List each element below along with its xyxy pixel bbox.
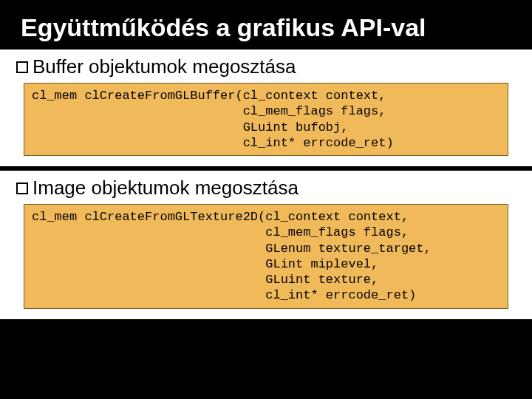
code-block-image: cl_mem clCreateFromGLTexture2D(cl_contex…: [24, 204, 508, 309]
code-block-buffer: cl_mem clCreateFromGLBuffer(cl_context c…: [24, 83, 508, 156]
slide-title: Együttműködés a grafikus API-val: [21, 13, 511, 42]
section-image: Image objektumok megosztása cl_mem clCre…: [0, 171, 532, 319]
section-heading-image: Image objektumok megosztása: [0, 172, 532, 202]
heading-text: Buffer objektumok megosztása: [33, 55, 296, 78]
bullet-square-icon: [16, 183, 28, 194]
heading-text: Image objektumok megosztása: [33, 177, 299, 200]
title-band: Együttműködés a grafikus API-val: [0, 0, 532, 50]
bullet-square-icon: [16, 61, 28, 73]
section-heading-buffer: Buffer objektumok megosztása: [0, 51, 532, 81]
section-buffer: Buffer objektumok megosztása cl_mem clCr…: [0, 50, 532, 166]
slide: Együttműködés a grafikus API-val Buffer …: [0, 0, 532, 399]
